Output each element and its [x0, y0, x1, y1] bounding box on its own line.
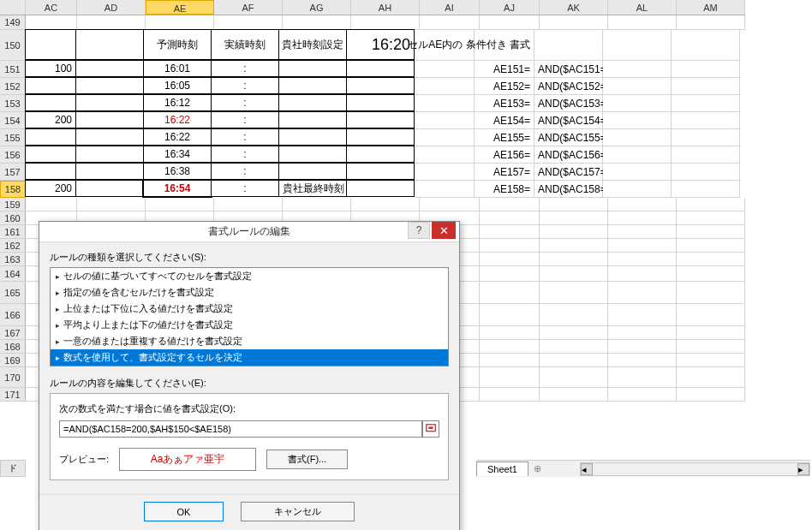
select-all-corner[interactable]: [0, 0, 26, 15]
cell-AG155[interactable]: [278, 128, 347, 146]
cell-AE153[interactable]: 16:12: [143, 94, 212, 111]
col-header-AK[interactable]: AK: [540, 0, 608, 15]
cell-AJ170[interactable]: [480, 367, 540, 388]
cell-AK152[interactable]: AND($AC152=200,$AH$150<$AE152): [534, 78, 603, 95]
cell-AI149[interactable]: [420, 15, 480, 30]
row-header-152[interactable]: 152: [0, 78, 26, 95]
dialog-help-button[interactable]: ?: [408, 222, 430, 239]
dialog-titlebar[interactable]: 書式ルールの編集 ? ✕: [39, 222, 459, 242]
cell-AM170[interactable]: [677, 367, 745, 388]
cell-AD152[interactable]: [75, 77, 144, 94]
cell-AI158[interactable]: [415, 181, 475, 198]
col-header-AC[interactable]: AC: [26, 0, 77, 15]
cell-AK157[interactable]: AND($AC157=200,$AH$150<$AE157): [534, 164, 603, 181]
col-header-AF[interactable]: AF: [214, 0, 283, 15]
cell-AH150[interactable]: 16:20: [346, 29, 415, 60]
add-sheet-button[interactable]: ⊕: [530, 462, 546, 476]
cell-AL157[interactable]: [603, 164, 672, 181]
cell-AD151[interactable]: [75, 60, 144, 77]
cell-AF157[interactable]: :: [211, 163, 279, 180]
row-header-151[interactable]: 151: [0, 61, 26, 78]
cell-AL156[interactable]: [603, 146, 672, 164]
cell-AC151[interactable]: 100: [25, 60, 76, 77]
cell-AJ167[interactable]: [480, 326, 540, 340]
cell-AJ163[interactable]: [480, 253, 540, 266]
cell-AL161[interactable]: [608, 225, 677, 239]
row-header-168[interactable]: 168: [0, 340, 26, 354]
cell-AL159[interactable]: [608, 198, 677, 211]
cell-AL163[interactable]: [608, 253, 677, 266]
cell-AE151[interactable]: 16:01: [143, 60, 212, 77]
row-header-170[interactable]: 170: [0, 367, 26, 388]
col-header-AD[interactable]: AD: [77, 0, 146, 15]
cell-AD157[interactable]: [75, 163, 144, 180]
cell-AJ165[interactable]: [480, 282, 540, 304]
cell-AC152[interactable]: [25, 77, 76, 94]
col-header-AJ[interactable]: AJ: [480, 0, 540, 15]
col-header-AE[interactable]: AE: [146, 0, 214, 15]
rule-type-option[interactable]: セルの値に基づいてすべてのセルを書式設定: [51, 268, 448, 284]
cell-AL165[interactable]: [608, 282, 677, 304]
cell-AG156[interactable]: [278, 146, 347, 163]
cell-AI156[interactable]: [415, 146, 475, 164]
cell-AK150[interactable]: [534, 30, 603, 61]
row-header-161[interactable]: 161: [0, 225, 26, 239]
col-header-AM[interactable]: AM: [677, 0, 745, 15]
cell-AL149[interactable]: [608, 15, 677, 30]
scrollbar-thumb[interactable]: ◂: [581, 463, 593, 475]
cell-AJ152[interactable]: AE152=: [475, 78, 534, 95]
cell-AC157[interactable]: [25, 163, 76, 180]
cell-AM162[interactable]: [677, 239, 745, 253]
cell-AJ160[interactable]: [480, 211, 540, 225]
col-header-AH[interactable]: AH: [351, 0, 420, 15]
cell-AL170[interactable]: [608, 367, 677, 388]
cell-AF154[interactable]: :: [211, 111, 279, 128]
cell-AK154[interactable]: AND($AC154=200,$AH$150<$AE154): [534, 112, 603, 129]
row-header-167[interactable]: 167: [0, 326, 26, 340]
cell-AJ159[interactable]: [480, 198, 540, 211]
cell-AM161[interactable]: [677, 225, 745, 239]
cell-AL167[interactable]: [608, 326, 677, 340]
cell-AE158[interactable]: 16:54: [143, 180, 212, 197]
cell-AL162[interactable]: [608, 239, 677, 253]
cancel-button[interactable]: キャンセル: [241, 502, 355, 521]
cell-AH149[interactable]: [351, 15, 420, 30]
cell-AI152[interactable]: [415, 78, 475, 95]
cell-AK149[interactable]: [540, 15, 608, 30]
cell-AM153[interactable]: [672, 95, 740, 112]
cell-AK158[interactable]: AND($AC158=200,$AH$150<$AE158): [534, 181, 603, 198]
cell-AG151[interactable]: [278, 60, 347, 77]
cell-AH151[interactable]: [346, 60, 415, 77]
rule-type-option[interactable]: 上位または下位に入る値だけを書式設定: [51, 301, 448, 317]
cell-AI151[interactable]: [415, 61, 475, 78]
cell-AE157[interactable]: 16:38: [143, 163, 212, 180]
cell-AK170[interactable]: [540, 367, 608, 388]
cell-AL152[interactable]: [603, 78, 672, 95]
cell-AK160[interactable]: [540, 211, 608, 225]
cell-AK165[interactable]: [540, 282, 608, 304]
cell-AM164[interactable]: [677, 266, 745, 282]
cell-AD154[interactable]: [75, 111, 144, 128]
cell-AD150[interactable]: [75, 29, 144, 60]
cell-AJ161[interactable]: [480, 225, 540, 239]
cell-AL150[interactable]: [603, 30, 672, 61]
cell-AG154[interactable]: [278, 111, 347, 128]
cell-AF152[interactable]: :: [211, 77, 279, 94]
cell-AG158[interactable]: 貴社最終時刻: [278, 180, 347, 197]
dialog-close-button[interactable]: ✕: [432, 222, 456, 239]
ok-button[interactable]: OK: [144, 502, 224, 521]
cell-AJ168[interactable]: [480, 340, 540, 354]
cell-AL168[interactable]: [608, 340, 677, 354]
cell-AK169[interactable]: [540, 354, 608, 367]
cell-AM156[interactable]: [672, 146, 740, 164]
row-header-156[interactable]: 156: [0, 146, 26, 164]
cell-AM167[interactable]: [677, 326, 745, 340]
row-header-171[interactable]: 171: [0, 388, 26, 402]
cell-AD159[interactable]: [77, 198, 146, 211]
format-button[interactable]: 書式(F)...: [266, 450, 348, 469]
cell-AF151[interactable]: :: [211, 60, 279, 77]
cell-AM155[interactable]: [672, 129, 740, 146]
scrollbar-right-arrow[interactable]: ▸: [797, 463, 809, 475]
cell-AL164[interactable]: [608, 266, 677, 282]
cell-AH152[interactable]: [346, 77, 415, 94]
